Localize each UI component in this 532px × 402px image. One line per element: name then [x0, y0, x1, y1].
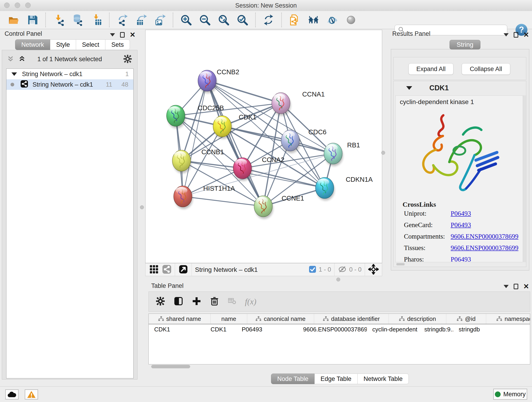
network-badge-icon[interactable]	[162, 264, 172, 275]
results-hscroll-thumb[interactable]	[396, 263, 405, 265]
tab-edge-table[interactable]: Edge Table	[315, 374, 358, 384]
eye-disabled-icon[interactable]	[345, 14, 357, 26]
cloud-button[interactable]	[5, 389, 19, 400]
crosslink-link[interactable]: 9606.ENSP00000378699	[451, 233, 519, 240]
collapse-panel-icon[interactable]	[110, 33, 115, 36]
pan-crosshair-icon[interactable]	[368, 264, 379, 275]
grid-view-icon[interactable]	[149, 264, 159, 275]
save-icon[interactable]	[27, 14, 38, 26]
collapse-panel-icon[interactable]	[504, 285, 509, 288]
float-panel-icon[interactable]	[514, 32, 518, 38]
close-panel-icon[interactable]: ✕	[523, 32, 529, 38]
results-scrollbar[interactable]	[524, 95, 526, 262]
network-edge-count: 48	[121, 81, 128, 88]
import-network-database-icon[interactable]	[71, 14, 83, 26]
import-table-icon[interactable]	[90, 14, 102, 26]
network-view-canvas[interactable]: CCNB2 CCNA1 CDC25B CDK1	[145, 30, 382, 263]
network-node-CDK1[interactable]: CDK1	[213, 114, 256, 139]
expand-all-button[interactable]: Expand All	[409, 63, 453, 75]
delete-column-icon[interactable]	[210, 296, 219, 307]
crosslink-link[interactable]: P06493	[451, 255, 471, 262]
zoom-selected-icon[interactable]	[236, 14, 248, 26]
tab-network-table[interactable]: Network Table	[358, 374, 409, 384]
title-bar: Session: New Session	[0, 0, 532, 11]
cell-database-identifier[interactable]: 9606.ENSP00000378699	[298, 324, 367, 334]
tab-sets[interactable]: Sets	[105, 39, 130, 50]
zoom-in-icon[interactable]	[180, 14, 192, 26]
column-header-description[interactable]: description	[389, 314, 446, 324]
network-node-CCNA2[interactable]: CCNA2	[233, 156, 284, 181]
close-panel-icon[interactable]: ✕	[130, 32, 135, 38]
string-home-icon[interactable]	[307, 14, 319, 26]
cell-description[interactable]: cyclin-dependent ...	[367, 324, 419, 334]
right-splitter-handle[interactable]	[381, 151, 385, 155]
crosslinks-heading: CrossLinks	[403, 201, 523, 208]
tab-network[interactable]: Network	[15, 39, 50, 50]
column-header-database-identifier[interactable]: database identifier	[314, 314, 389, 324]
network-options-gear-icon[interactable]	[123, 54, 132, 64]
zoom-fit-icon[interactable]	[218, 14, 230, 26]
protein-section-header[interactable]: CDK1	[394, 81, 526, 95]
crosslink-link[interactable]: 9606.ENSP00000378699	[451, 244, 519, 252]
duplicate-network-icon[interactable]	[289, 14, 301, 26]
crosslink-row: Pharos:P06493	[396, 255, 523, 262]
protein-description: cyclin-dependent kinase 1	[400, 98, 523, 106]
tab-style[interactable]: Style	[50, 39, 76, 50]
cell-name[interactable]: CDK1	[205, 324, 236, 334]
cell-namespace[interactable]: stringdb	[453, 324, 507, 334]
birdseye-view-icon[interactable]	[178, 264, 188, 275]
import-network-file-icon[interactable]	[53, 14, 65, 26]
tab-select[interactable]: Select	[76, 39, 105, 50]
memory-button[interactable]: Memory	[493, 389, 527, 400]
left-splitter-handle[interactable]	[140, 205, 144, 209]
table-hscroll-thumb[interactable]	[151, 365, 190, 368]
section-collapse-icon[interactable]	[406, 86, 412, 90]
export-network-icon[interactable]	[116, 14, 128, 26]
open-folder-icon[interactable]	[8, 14, 20, 26]
network-node-RB1[interactable]: RB1	[324, 141, 360, 166]
column-header-namespace[interactable]: namespace	[486, 314, 530, 324]
table-panel-controls: ✕	[504, 284, 529, 289]
zoom-out-icon[interactable]	[199, 14, 211, 26]
network-node-CDKN1A[interactable]: CDKN1A	[316, 176, 373, 201]
node-label-CCNA1: CCNA1	[302, 90, 325, 98]
cell-canonical-name[interactable]: P06493	[236, 324, 298, 334]
network-node-CCNB2[interactable]: CCNB2	[198, 68, 239, 93]
bottom-splitter-handle[interactable]	[336, 278, 340, 281]
network-list: String Network – cdk1 1 String Network –…	[6, 69, 133, 378]
network-collection-row[interactable]: String Network – cdk1 1	[6, 69, 133, 79]
node-table[interactable]: shared namenamecanonical namedatabase id…	[148, 313, 530, 364]
float-panel-icon[interactable]	[120, 32, 125, 38]
crosslink-link[interactable]: P06493	[451, 221, 471, 229]
warning-button[interactable]	[25, 389, 38, 400]
selected-checkbox-icon[interactable]	[309, 265, 317, 274]
collapse-panel-icon[interactable]	[504, 33, 509, 36]
column-header-name[interactable]: name	[210, 314, 247, 324]
export-image-icon[interactable]	[154, 14, 166, 26]
float-panel-icon[interactable]	[514, 284, 518, 289]
tab-node-table[interactable]: Node Table	[271, 374, 315, 384]
results-tab-string[interactable]: String	[450, 40, 481, 50]
network-node-HIST1H1A[interactable]: HIST1H1A	[174, 185, 235, 209]
network-node-CCNA1[interactable]: CCNA1	[272, 90, 325, 116]
tree-expand-icon[interactable]	[12, 72, 17, 76]
network-row[interactable]: String Network – cdk1 11 48	[6, 79, 133, 90]
add-column-icon[interactable]	[192, 296, 201, 307]
network-node-CCNE1[interactable]: CCNE1	[254, 195, 304, 219]
table-tabs: Node TableEdge TableNetwork Table	[271, 374, 409, 384]
export-table-icon[interactable]	[135, 14, 147, 26]
column-header-@id[interactable]: @id	[446, 314, 486, 324]
cell-@id[interactable]: stringdb:9...	[419, 324, 453, 334]
table-gear-icon[interactable]	[156, 296, 165, 307]
column-header-canonical-name[interactable]: canonical name	[247, 314, 314, 324]
collapse-all-button[interactable]: Collapse All	[462, 63, 510, 75]
close-panel-icon[interactable]: ✕	[523, 284, 529, 289]
column-header-shared-name[interactable]: shared name	[149, 314, 210, 324]
cell-shared-name[interactable]: CDK1	[149, 324, 205, 334]
crosslink-label: Compartments:	[404, 233, 445, 240]
show-columns-icon[interactable]	[173, 296, 184, 307]
table-row[interactable]: CDK1CDK1P064939606.ENSP00000378699cyclin…	[149, 324, 530, 334]
crosslink-link[interactable]: P06493	[451, 210, 471, 217]
refresh-layout-icon[interactable]	[263, 14, 274, 26]
hide-details-icon[interactable]	[326, 14, 338, 26]
